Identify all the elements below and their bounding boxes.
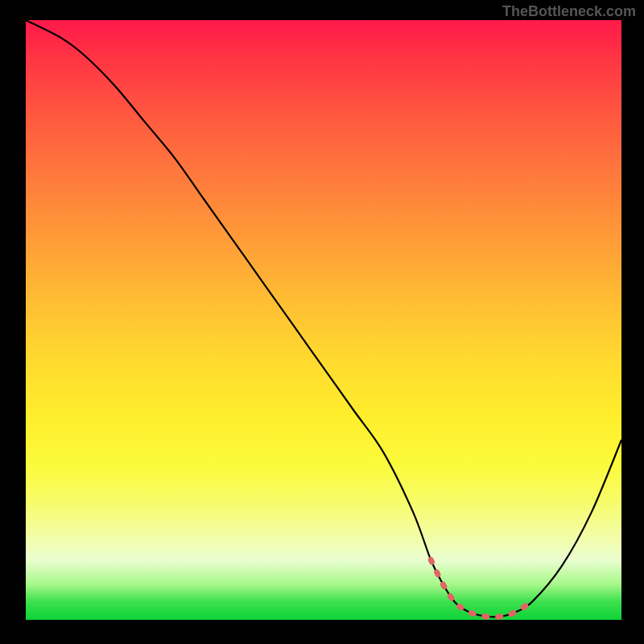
plot-area xyxy=(26,20,621,620)
optimal-zone-markers xyxy=(431,560,532,617)
watermark-text: TheBottleneck.com xyxy=(502,3,636,20)
bottleneck-curve xyxy=(26,20,621,617)
chart-svg xyxy=(26,20,621,620)
